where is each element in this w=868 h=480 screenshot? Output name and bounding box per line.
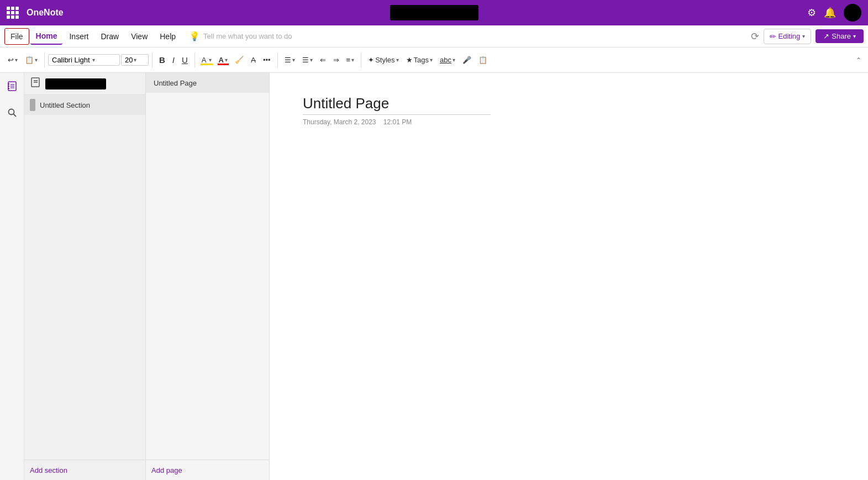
waffle-icon[interactable] <box>7 7 19 19</box>
undo-redo-group: ↩▾ 📋▾ <box>4 54 41 66</box>
page-body[interactable] <box>303 137 835 358</box>
page-label: Untitled Page <box>154 79 197 87</box>
pencil-icon: ✏ <box>770 32 776 41</box>
svg-rect-2 <box>8 86 9 87</box>
lightbulb-icon: 💡 <box>189 31 200 41</box>
share-label: Share <box>832 32 851 40</box>
add-page-link[interactable]: Add page <box>151 466 182 474</box>
content-area[interactable]: Untitled Page Thursday, March 2, 2023 12… <box>270 73 868 480</box>
menu-file[interactable]: File <box>4 28 29 45</box>
main-area: Untitled Section Add section Untitled Pa… <box>0 73 868 480</box>
sections-header <box>24 73 145 95</box>
underline-button[interactable]: U <box>178 53 191 67</box>
sections-panel: Untitled Section Add section <box>24 73 146 480</box>
spell-button[interactable]: abc▾ <box>436 54 459 66</box>
editing-label: Editing <box>778 32 801 40</box>
bullets-button[interactable]: ☰▾ <box>281 54 298 66</box>
svg-line-8 <box>13 114 16 117</box>
size-chevron-icon: ▾ <box>134 57 136 63</box>
font-size: 20 <box>125 56 133 64</box>
text-format-group: B I U <box>156 53 191 67</box>
svg-rect-3 <box>8 88 9 89</box>
styles-group: ✦ Styles ▾ ★ Tags ▾ abc▾ 🎤 📋 <box>365 54 491 66</box>
undo-button[interactable]: ↩▾ <box>4 54 21 66</box>
page-time: 12:01 PM <box>383 118 412 126</box>
sections-footer: Add section <box>24 460 145 480</box>
section-label: Untitled Section <box>40 101 90 109</box>
styles-button[interactable]: ✦ Styles ▾ <box>365 54 402 66</box>
page-date: Thursday, March 2, 2023 <box>303 118 376 126</box>
toolbar-collapse[interactable]: ⌃ <box>854 54 864 66</box>
section-item[interactable]: Untitled Section <box>24 95 145 115</box>
font-color-button[interactable]: A ▾ <box>215 54 231 66</box>
sync-icon[interactable]: ⟳ <box>751 30 759 43</box>
pages-list: Untitled Page <box>146 73 269 460</box>
styles-label: Styles <box>375 56 394 64</box>
menu-help[interactable]: Help <box>154 29 181 44</box>
share-button[interactable]: ↗ Share ▾ <box>816 29 864 43</box>
eraser-button[interactable]: 🧹 <box>232 54 247 66</box>
page-item[interactable]: Untitled Page <box>146 73 269 93</box>
numbered-button[interactable]: ☰▾ <box>299 54 316 66</box>
sep4 <box>277 52 278 68</box>
page-title[interactable]: Untitled Page <box>303 95 491 115</box>
tags-chevron-icon: ▾ <box>430 57 433 63</box>
notebook-icon-btn[interactable] <box>30 77 41 91</box>
sep5 <box>361 52 361 68</box>
font-name: Calibri Light <box>52 56 90 64</box>
spell-chevron-icon: ▾ <box>453 57 455 63</box>
sidebar-notebook-icon[interactable] <box>3 77 21 95</box>
menu-insert[interactable]: Insert <box>64 29 94 44</box>
styles-chevron-icon: ▾ <box>396 57 399 63</box>
indent-dec-button[interactable]: ⇐ <box>317 54 329 66</box>
tags-label: Tags <box>414 56 429 64</box>
bullets-chevron-icon: ▾ <box>292 57 295 63</box>
highlight-button[interactable]: A ▾ <box>198 54 215 66</box>
sep3 <box>194 52 195 68</box>
align-button[interactable]: ≡▾ <box>343 54 358 66</box>
search-box[interactable]: 💡 Tell me what you want to do <box>189 31 750 41</box>
italic-button[interactable]: I <box>169 53 178 67</box>
menu-home[interactable]: Home <box>30 28 63 45</box>
sidebar-search-icon[interactable] <box>3 104 21 122</box>
pages-footer: Add page <box>146 460 269 480</box>
toolbar: ↩▾ 📋▾ Calibri Light ▾ 20 ▾ B I U A ▾ A ▾… <box>0 48 868 73</box>
sidebar-icons <box>0 73 24 480</box>
sections-list: Untitled Section <box>24 95 145 460</box>
more-button[interactable]: ••• <box>260 54 274 66</box>
section-color-dot <box>30 99 35 111</box>
title-actions: ⚙ 🔔 <box>807 4 861 22</box>
bold-button[interactable]: B <box>156 53 169 67</box>
clipboard-chevron-icon: ▾ <box>35 57 38 63</box>
sticky-button[interactable]: 📋 <box>475 54 491 66</box>
avatar[interactable] <box>844 4 861 22</box>
align-chevron-icon: ▾ <box>351 57 354 63</box>
clipboard-button[interactable]: 📋▾ <box>22 54 41 66</box>
font-size-selector[interactable]: 20 ▾ <box>121 54 149 66</box>
menu-draw[interactable]: Draw <box>95 29 124 44</box>
highlight-chevron-icon: ▾ <box>209 57 212 63</box>
font-selector[interactable]: Calibri Light ▾ <box>48 54 120 66</box>
mic-button[interactable]: 🎤 <box>459 54 475 66</box>
share-chevron-icon: ▾ <box>853 33 856 39</box>
title-bar: OneNote ⚙ 🔔 <box>0 0 868 25</box>
clear-format-button[interactable]: A̶ <box>248 54 259 66</box>
right-actions: ⟳ ✏ Editing ▾ ↗ Share ▾ <box>751 29 864 44</box>
tags-button[interactable]: ★ Tags ▾ <box>403 54 436 66</box>
search-placeholder: Tell me what you want to do <box>203 32 292 40</box>
bell-icon[interactable]: 🔔 <box>824 7 836 19</box>
page-datetime: Thursday, March 2, 2023 12:01 PM <box>303 118 835 126</box>
add-section-link[interactable]: Add section <box>30 466 67 474</box>
chevron-down-icon: ▾ <box>802 33 805 39</box>
menu-bar: File Home Insert Draw View Help 💡 Tell m… <box>0 25 868 48</box>
undo-chevron-icon: ▾ <box>15 57 18 63</box>
pages-panel: Untitled Page Add page <box>146 73 270 480</box>
svg-point-7 <box>8 109 14 115</box>
editing-button[interactable]: ✏ Editing ▾ <box>764 29 812 44</box>
settings-icon[interactable]: ⚙ <box>807 7 816 19</box>
indent-inc-button[interactable]: ⇒ <box>330 54 343 66</box>
numbered-chevron-icon: ▾ <box>310 57 313 63</box>
svg-rect-1 <box>8 83 9 85</box>
menu-view[interactable]: View <box>125 29 153 44</box>
share-icon: ↗ <box>823 32 829 40</box>
